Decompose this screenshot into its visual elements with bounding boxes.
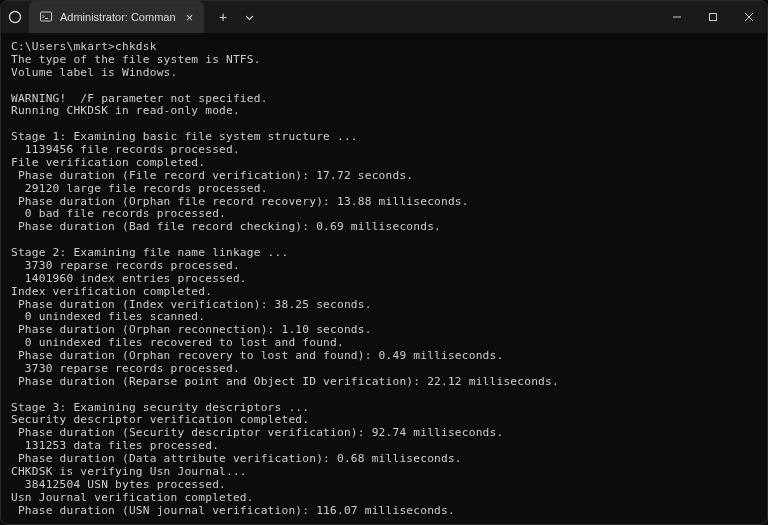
chevron-down-icon bbox=[245, 13, 254, 22]
svg-rect-4 bbox=[710, 14, 717, 21]
svg-point-0 bbox=[10, 12, 21, 23]
terminal-icon bbox=[39, 10, 52, 24]
tab-actions: + bbox=[204, 4, 260, 30]
output-lines: The type of the file system is NTFS. Vol… bbox=[11, 53, 559, 524]
terminal-output[interactable]: C:\Users\mkart>chkdsk The type of the fi… bbox=[1, 33, 767, 524]
minimize-icon bbox=[672, 12, 682, 22]
svg-rect-1 bbox=[40, 12, 51, 21]
titlebar-left: Administrator: Command Pro × + bbox=[1, 1, 260, 33]
new-tab-button[interactable]: + bbox=[210, 4, 236, 30]
maximize-button[interactable] bbox=[695, 1, 731, 33]
tab-dropdown-button[interactable] bbox=[238, 4, 260, 30]
minimize-button[interactable] bbox=[659, 1, 695, 33]
command-text: chkdsk bbox=[115, 40, 157, 53]
maximize-icon bbox=[708, 12, 718, 22]
tab-active[interactable]: Administrator: Command Pro × bbox=[29, 1, 204, 33]
window-controls bbox=[659, 1, 767, 33]
close-icon bbox=[744, 12, 754, 22]
prompt: C:\Users\mkart> bbox=[11, 40, 115, 53]
app-menu-icon[interactable] bbox=[1, 1, 29, 33]
titlebar: Administrator: Command Pro × + bbox=[1, 1, 767, 33]
close-button[interactable] bbox=[731, 1, 767, 33]
tab-title: Administrator: Command Pro bbox=[60, 11, 175, 23]
tab-close-button[interactable]: × bbox=[183, 10, 196, 24]
